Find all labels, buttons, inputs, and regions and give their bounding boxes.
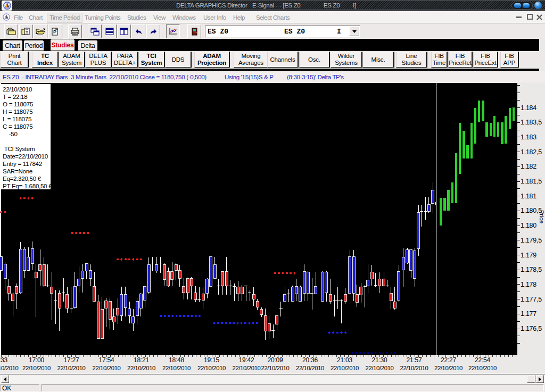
svg-text:Eq=2.320,50 €: Eq=2.320,50 € [3, 175, 42, 182]
svg-text:21:03: 21:03 [337, 356, 353, 364]
svg-text:P: P [53, 29, 56, 35]
svg-text:1.182: 1.182 [521, 163, 536, 170]
svg-text:22:54: 22:54 [475, 356, 491, 364]
svg-text:22/10/2010: 22/10/2010 [162, 365, 191, 371]
svg-text:1.181: 1.181 [521, 193, 536, 200]
svg-text:22/10/2010: 22/10/2010 [197, 365, 226, 371]
svg-text:1.179,5: 1.179,5 [521, 237, 542, 244]
svg-text:C = 118075: C = 118075 [3, 123, 32, 130]
svg-text:18:21: 18:21 [134, 356, 150, 364]
svg-text:L = 118075: L = 118075 [3, 115, 31, 122]
svg-text:Price: Price [539, 210, 545, 223]
svg-text:17:54: 17:54 [98, 356, 114, 364]
svg-text:T = 22:18: T = 22:18 [3, 93, 27, 100]
svg-text:1.177,5: 1.177,5 [521, 296, 542, 303]
svg-text:PT Eq=-1.680,50 €: PT Eq=-1.680,50 € [3, 182, 52, 189]
svg-text:20:36: 20:36 [302, 356, 318, 364]
svg-text:22/10/2010: 22/10/2010 [296, 365, 324, 371]
svg-text:1.178: 1.178 [521, 281, 536, 288]
svg-text:18:48: 18:48 [169, 356, 185, 364]
svg-text:22/10/2010: 22/10/2010 [468, 365, 497, 371]
svg-text:1.179: 1.179 [521, 252, 536, 259]
svg-text:22/10/2010: 22/10/2010 [3, 86, 32, 93]
svg-text::33: :33 [0, 356, 8, 364]
svg-text:22/10/2010: 22/10/2010 [92, 365, 120, 371]
svg-text:Date=22/10/2010: Date=22/10/2010 [3, 153, 48, 160]
svg-text:SAR=None: SAR=None [3, 168, 32, 174]
svg-text:TCI System: TCI System [3, 145, 35, 152]
svg-text:1.183,5: 1.183,5 [521, 119, 542, 126]
svg-text:22/10/2010: 22/10/2010 [0, 365, 19, 371]
svg-text:19:42: 19:42 [238, 356, 254, 364]
svg-text:Entry = 117842: Entry = 117842 [3, 160, 42, 167]
svg-text:1.176,5: 1.176,5 [521, 325, 542, 332]
svg-text:17:00: 17:00 [29, 356, 45, 364]
svg-text:1.182,5: 1.182,5 [521, 148, 542, 156]
svg-text:22:27: 22:27 [441, 356, 457, 364]
svg-text:1.178,5: 1.178,5 [521, 266, 542, 273]
svg-text:22/10/2010: 22/10/2010 [365, 365, 393, 371]
svg-text:22/10/2010: 22/10/2010 [57, 365, 85, 371]
svg-text:20:09: 20:09 [267, 356, 283, 364]
svg-text:22/10/2010: 22/10/2010 [261, 365, 289, 371]
svg-text:22/10/2010: 22/10/2010 [331, 365, 359, 371]
svg-text:-50: -50 [3, 130, 18, 137]
svg-text:H = 118075: H = 118075 [3, 108, 32, 115]
svg-text:1.183: 1.183 [521, 134, 536, 141]
svg-text:22/10/2010: 22/10/2010 [232, 365, 260, 371]
svg-text:1.184: 1.184 [521, 104, 536, 112]
svg-text:1.180: 1.180 [521, 222, 536, 229]
svg-text:O = 118075: O = 118075 [3, 101, 33, 107]
svg-text:21:30: 21:30 [371, 356, 387, 364]
svg-text:17:27: 17:27 [63, 356, 79, 364]
svg-text:22/10/2010: 22/10/2010 [22, 365, 51, 371]
svg-text:22/10/2010: 22/10/2010 [127, 365, 155, 371]
svg-text:19:15: 19:15 [204, 356, 220, 364]
svg-text:22/10/2010: 22/10/2010 [400, 365, 428, 371]
svg-text:22/10/2010: 22/10/2010 [434, 365, 463, 371]
svg-text:21:57: 21:57 [406, 356, 422, 364]
svg-text:1.181,5: 1.181,5 [521, 178, 542, 185]
svg-text:1.177: 1.177 [521, 310, 536, 318]
